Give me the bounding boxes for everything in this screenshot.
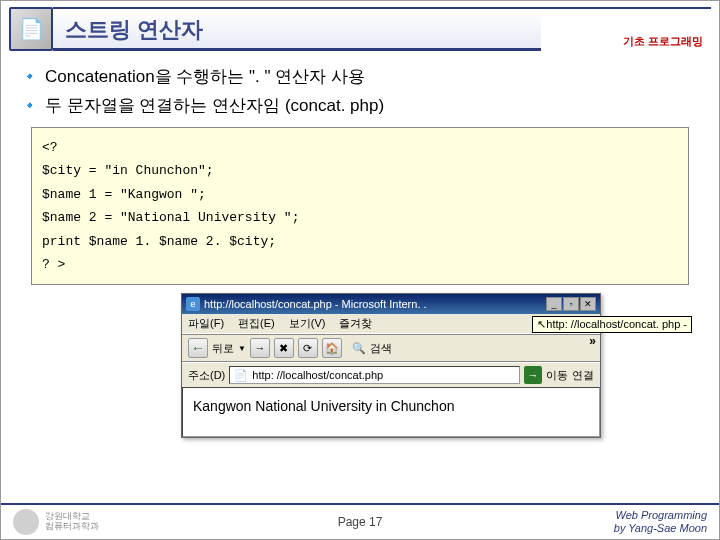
menu-file[interactable]: 파일(F) xyxy=(188,316,224,331)
back-button[interactable]: ← xyxy=(188,338,208,358)
browser-toolbar: ← 뒤로 ▼ → ✖ ⟳ 🏠 🔍 검색 xyxy=(182,334,600,362)
stop-button[interactable]: ✖ xyxy=(274,338,294,358)
address-value: http: //localhost/concat.php xyxy=(252,369,383,381)
back-label: 뒤로 xyxy=(212,341,234,356)
refresh-button[interactable]: ⟳ xyxy=(298,338,318,358)
address-input[interactable]: 📄 http: //localhost/concat.php xyxy=(229,366,520,384)
code-block: <? $city = "in Chunchon"; $name 1 = "Kan… xyxy=(31,127,689,285)
slide-subtitle: 기초 프로그래밍 xyxy=(623,34,703,49)
code-line: <? xyxy=(42,136,678,159)
code-line: $name 2 = "National University "; xyxy=(42,206,678,229)
code-line: $name 1 = "Kangwon "; xyxy=(42,183,678,206)
links-label[interactable]: 연결 xyxy=(572,368,594,383)
tooltip-text: http: //localhost/concat. php - xyxy=(546,318,687,330)
code-line: print $name 1. $name 2. $city; xyxy=(42,230,678,253)
slide-title: 스트링 연산자 xyxy=(53,7,541,51)
footer-credit: Web Programming by Yang-Sae Moon xyxy=(614,509,707,535)
go-label: 이동 xyxy=(546,368,568,383)
minimize-button[interactable]: _ xyxy=(546,297,562,311)
browser-content: Kangwon National University in Chunchon xyxy=(182,387,600,437)
home-button[interactable]: 🏠 xyxy=(322,338,342,358)
maximize-button[interactable]: ▫ xyxy=(563,297,579,311)
browser-window: e http://localhost/concat.php - Microsof… xyxy=(181,293,601,438)
search-label: 검색 xyxy=(370,341,392,356)
code-line: ? > xyxy=(42,253,678,276)
chevron-icon[interactable]: » xyxy=(589,334,596,348)
menu-favorites[interactable]: 즐겨찾 xyxy=(339,316,372,331)
forward-button[interactable]: → xyxy=(250,338,270,358)
bullet-text: Concatenation을 수행하는 ". " 연산자 사용 xyxy=(45,65,365,88)
page-icon: 📄 xyxy=(234,369,248,382)
footer-logo-icon xyxy=(13,509,39,535)
browser-title-text: http://localhost/concat.php - Microsoft … xyxy=(204,298,546,310)
dropdown-icon[interactable]: ▼ xyxy=(238,344,246,353)
footer-logo-text: 강원대학교컴퓨터과학과 xyxy=(45,512,99,532)
ie-icon: e xyxy=(186,297,200,311)
menu-edit[interactable]: 편집(E) xyxy=(238,316,275,331)
browser-addressbar: 주소(D) 📄 http: //localhost/concat.php → 이… xyxy=(182,362,600,387)
close-button[interactable]: ✕ xyxy=(580,297,596,311)
page-number: Page 17 xyxy=(338,515,383,529)
cursor-icon: ↖ xyxy=(537,318,546,330)
bullet-icon: 🔹 xyxy=(21,68,39,86)
browser-titlebar: e http://localhost/concat.php - Microsof… xyxy=(182,294,600,314)
slide-footer: 강원대학교컴퓨터과학과 Page 17 Web Programming by Y… xyxy=(1,503,719,539)
url-tooltip: ↖http: //localhost/concat. php - xyxy=(532,316,692,333)
go-button[interactable]: → xyxy=(524,366,542,384)
credit-line2: by Yang-Sae Moon xyxy=(614,522,707,535)
bullet-item: 🔹두 문자열을 연결하는 연산자임 (concat. php) xyxy=(21,94,699,117)
bullet-list: 🔹Concatenation을 수행하는 ". " 연산자 사용 🔹두 문자열을… xyxy=(21,65,699,117)
code-line: $city = "in Chunchon"; xyxy=(42,159,678,182)
menu-view[interactable]: 보기(V) xyxy=(289,316,326,331)
bullet-text: 두 문자열을 연결하는 연산자임 (concat. php) xyxy=(45,94,384,117)
slide-icon: 📄 xyxy=(9,7,53,51)
search-icon[interactable]: 🔍 xyxy=(352,342,366,355)
header-right: 기초 프로그래밍 xyxy=(541,7,711,51)
address-label: 주소(D) xyxy=(188,368,225,383)
credit-line1: Web Programming xyxy=(614,509,707,522)
bullet-item: 🔹Concatenation을 수행하는 ". " 연산자 사용 xyxy=(21,65,699,88)
bullet-icon: 🔹 xyxy=(21,97,39,115)
